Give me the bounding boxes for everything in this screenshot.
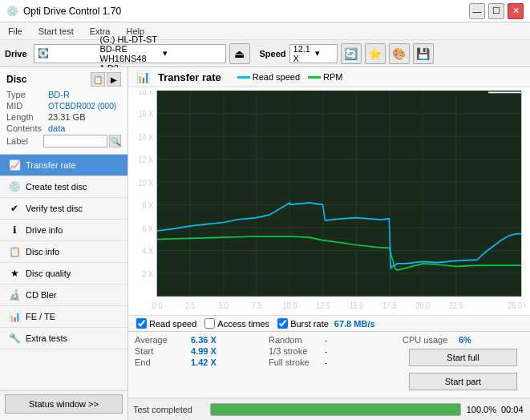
extra-tests-icon: 🔧 [8,332,21,345]
drive-selector[interactable]: 💽 (G:) HL-DT-ST BD-RE WH16NS48 1.D3 ▾ [34,44,226,63]
nav-extra-tests-label: Extra tests [26,333,67,343]
transfer-rate-chart: 18 X 16 X 14 X 12 X 10 X 8 X 6 X 4 X 2 X… [133,91,525,315]
disc-icon-btn-1[interactable]: 📋 [91,72,105,87]
minimize-button[interactable]: — [469,3,485,19]
nav-create-test-disc-label: Create test disc [26,182,87,192]
nav-item-extra-tests[interactable]: 🔧 Extra tests [0,328,127,349]
svg-text:17.5: 17.5 [382,301,397,310]
read-speed-checkbox[interactable] [136,318,147,329]
mid-value: OTCBDR002 (000) [48,102,116,111]
nav-disc-quality-label: Disc quality [26,269,71,278]
maximize-button[interactable]: ☐ [488,3,504,19]
label-input[interactable] [43,135,107,147]
save-button[interactable]: 💾 [413,43,434,64]
close-button[interactable]: ✕ [508,3,524,19]
average-label: Average [135,335,191,345]
title-bar: 💿 Opti Drive Control 1.70 — ☐ ✕ [0,0,530,22]
svg-text:4 X: 4 X [142,247,153,256]
nav-item-disc-info[interactable]: 📋 Disc info [0,241,127,263]
access-times-checkbox-label: Access times [217,319,269,329]
sidebar: Disc 📋 ▶ Type BD-R MID OTCBDR002 (000) L… [0,67,128,420]
star-button[interactable]: ⭐ [365,43,386,64]
end-value: 1.42 X [191,357,223,367]
length-value: 23.31 GB [48,112,85,122]
stats-col-1: Average 6.36 X Start 4.99 X End 1.42 X [128,332,262,398]
eject-button[interactable]: ⏏ [229,43,250,64]
verify-test-disc-icon: ✔ [8,202,21,215]
svg-text:22.5: 22.5 [449,301,463,310]
nav-cd-bler-label: CD Bler [26,290,57,300]
random-label: Random [269,335,325,345]
nav-item-create-test-disc[interactable]: 💿 Create test disc [0,176,127,198]
start-full-button[interactable]: Start full [409,349,518,366]
nav-disc-info-label: Disc info [26,247,59,256]
menu-bar: File Start test Extra Help [0,22,530,40]
drive-icon: 💽 [38,48,97,59]
drive-label: Drive [5,49,27,59]
average-value: 6.36 X [191,335,223,345]
contents-value: data [48,123,65,133]
rpm-legend-color [308,76,321,79]
chevron-down-icon2: ▾ [315,48,334,59]
start-label: Start [135,346,191,356]
progress-bar-row: Test completed 100.0% 00:04 [128,398,530,420]
stats-col-2: Random - 1/3 stroke - Full stroke - [262,332,396,398]
refresh-button[interactable]: 🔄 [341,43,362,64]
burst-rate-checkbox[interactable] [277,318,288,329]
nav-verify-test-disc-label: Verify test disc [26,204,83,213]
disc-icon-btn-2[interactable]: ▶ [107,72,121,87]
svg-text:25.0 GB: 25.0 GB [508,301,525,310]
nav-item-fe-te[interactable]: 📊 FE / TE [0,306,127,328]
full-stroke-label: Full stroke [269,357,325,367]
nav-item-transfer-rate[interactable]: 📈 Transfer rate [0,155,127,176]
length-label: Length [6,112,48,122]
speed-value: 12.1 X [293,44,312,63]
progress-bar-inner [211,404,460,415]
read-speed-checkbox-label: Read speed [149,319,196,329]
status-window-button[interactable]: Status window >> [5,394,123,414]
nav-item-verify-test-disc[interactable]: ✔ Verify test disc [0,198,127,220]
nav-fe-te-label: FE / TE [26,312,55,321]
nav-transfer-rate-label: Transfer rate [26,160,76,170]
chart-controls: Read speed Access times Burst rate 67.8 … [128,315,530,331]
start-part-button[interactable]: Start part [409,373,518,390]
rpm-legend-label: RPM [323,72,342,82]
label-icon-btn[interactable]: 🔍 [109,135,121,147]
window-controls: — ☐ ✕ [469,3,524,19]
cpu-value: 6% [459,335,491,345]
mid-label: MID [6,101,48,111]
access-times-checkbox[interactable] [204,318,215,329]
full-stroke-value: - [325,357,357,367]
create-test-disc-icon: 💿 [8,180,21,193]
transfer-rate-icon: 📈 [8,159,21,172]
svg-text:2 X: 2 X [142,269,153,279]
svg-text:2.5: 2.5 [185,301,196,310]
menu-file[interactable]: File [5,26,26,37]
svg-text:18 X: 18 X [138,91,153,96]
stats-col-3: CPU usage 6% Start full Start part [396,332,530,398]
content-area: 📊 Transfer rate Read speed RPM [128,67,530,420]
nav-item-drive-info[interactable]: ℹ Drive info [0,220,127,241]
svg-text:12.5: 12.5 [316,301,330,310]
drive-info-icon: ℹ [8,224,21,236]
app-icon: 💿 [6,6,18,17]
paint-button[interactable]: 🎨 [389,43,410,64]
fe-te-icon: 📊 [8,310,21,323]
svg-text:14 X: 14 X [138,132,153,142]
status-text: Test completed [133,405,205,414]
chart-header: 📊 Transfer rate Read speed RPM [128,67,530,87]
type-label: Type [6,90,48,99]
end-label: End [135,357,191,367]
speed-selector[interactable]: 12.1 X ▾ [289,44,338,63]
menu-start-test[interactable]: Start test [35,26,77,37]
chart-container: 18 X 16 X 14 X 12 X 10 X 8 X 6 X 4 X 2 X… [128,87,530,315]
app-title: Opti Drive Control 1.70 [23,6,121,17]
nav-item-cd-bler[interactable]: 🔬 CD Bler [0,285,127,306]
contents-label: Contents [6,123,48,133]
nav-item-disc-quality[interactable]: ★ Disc quality [0,263,127,285]
read-speed-legend-color [237,76,250,79]
svg-text:12 X: 12 X [138,155,153,165]
svg-text:20.0: 20.0 [416,301,431,310]
speed-label: Speed [260,49,286,59]
disc-quality-icon: ★ [8,267,21,280]
